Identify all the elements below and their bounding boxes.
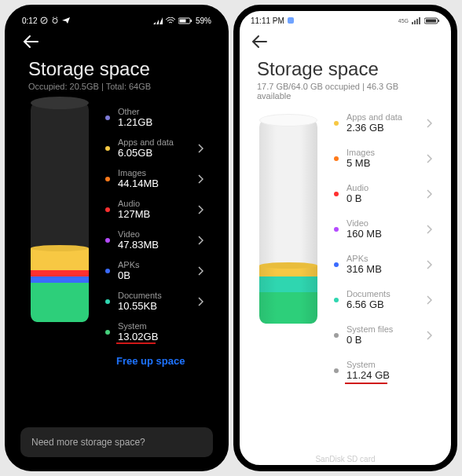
status-time: 0:12: [22, 16, 37, 25]
back-button[interactable]: [251, 35, 268, 49]
storage-cylinder: [259, 119, 317, 324]
category-value: 13.02GB: [118, 331, 208, 342]
color-dot-icon: [334, 156, 339, 161]
highlight-underline: [116, 342, 156, 344]
category-row-system-files[interactable]: System files0 B: [332, 317, 438, 353]
statusbar: 0:12 59%: [11, 11, 222, 28]
category-row-apks[interactable]: APKs316 MB: [332, 247, 438, 282]
chevron-right-icon: [426, 225, 437, 234]
category-value: 10.55KB: [118, 300, 197, 312]
color-dot-icon: [334, 192, 339, 196]
category-value: 316 MB: [346, 263, 426, 275]
category-label: Video: [346, 218, 426, 228]
subtitle: 17.7 GB/64.0 GB occupied | 46.3 GB avail…: [240, 82, 451, 105]
svg-point-2: [53, 19, 57, 24]
battery-icon: [424, 17, 440, 24]
category-row-audio[interactable]: Audio0 B: [332, 176, 438, 211]
category-label: Other: [118, 107, 208, 116]
category-value: 0 B: [346, 192, 426, 204]
chevron-right-icon: [197, 174, 208, 184]
statusbar: 11:11 PM 45G: [240, 11, 451, 28]
chevron-right-icon: [197, 297, 208, 306]
chevron-right-icon: [197, 236, 208, 245]
category-value: 127MB: [118, 208, 197, 220]
chevron-right-icon: [426, 154, 437, 163]
color-dot-icon: [105, 330, 110, 335]
phone-light: 11:11 PM 45G Storage space 17.7 GB/64.0 …: [233, 5, 457, 471]
svg-line-3: [53, 17, 54, 18]
svg-rect-8: [288, 17, 294, 24]
category-row-apps-and-data[interactable]: Apps and data2.36 GB: [332, 105, 438, 141]
battery-icon: [178, 17, 192, 24]
category-row-system: System13.02GB: [104, 317, 210, 347]
category-value: 5 MB: [346, 157, 426, 169]
chevron-right-icon: [426, 119, 437, 128]
chevron-right-icon: [197, 205, 208, 214]
back-button[interactable]: [22, 35, 39, 49]
category-row-system: System11.24 GB: [332, 353, 438, 388]
color-dot-icon: [334, 368, 339, 373]
status-dot-icon: [288, 17, 294, 24]
category-row-audio[interactable]: Audio127MB: [104, 194, 210, 225]
category-value: 6.56 GB: [346, 298, 426, 310]
category-row-apks[interactable]: APKs0B: [104, 255, 210, 286]
category-list: Other1.21GBApps and data6.05GBImages44.1…: [104, 102, 210, 372]
category-row-documents[interactable]: Documents6.56 GB: [332, 282, 438, 317]
category-row-documents[interactable]: Documents10.55KB: [104, 286, 210, 317]
network-icon: 45G: [398, 18, 409, 24]
chevron-right-icon: [197, 144, 208, 153]
category-value: 11.24 GB: [346, 369, 437, 381]
category-value: 0B: [118, 269, 197, 281]
color-dot-icon: [105, 177, 110, 181]
wifi-icon: [166, 17, 175, 24]
page-title: Storage space: [240, 55, 451, 82]
category-label: Video: [118, 229, 197, 239]
signal-icon: [153, 17, 163, 24]
color-dot-icon: [105, 115, 110, 120]
storage-cylinder: [31, 102, 89, 322]
chevron-right-icon: [426, 295, 437, 305]
category-label: APKs: [346, 254, 426, 263]
category-list: Apps and data2.36 GBImages5 MBAudio0 BVi…: [332, 105, 438, 388]
category-label: Documents: [118, 291, 197, 300]
category-label: Images: [346, 148, 426, 157]
category-label: Apps and data: [118, 137, 197, 147]
category-value: 47.83MB: [118, 239, 197, 251]
chevron-right-icon: [426, 331, 437, 340]
free-up-space-link[interactable]: Free up space: [104, 347, 210, 372]
category-row-images[interactable]: Images5 MB: [332, 141, 438, 176]
battery-pct: 59%: [196, 16, 211, 25]
signal-icon: [412, 17, 421, 24]
category-label: APKs: [118, 260, 197, 269]
category-row-video[interactable]: Video47.83MB: [104, 225, 210, 255]
dnd-icon: [40, 16, 48, 24]
chevron-right-icon: [197, 266, 208, 276]
category-row-apps-and-data[interactable]: Apps and data6.05GB: [104, 133, 210, 163]
chevron-right-icon: [426, 189, 437, 199]
category-value: 6.05GB: [118, 147, 197, 159]
svg-rect-10: [438, 20, 440, 22]
color-dot-icon: [334, 333, 339, 338]
category-value: 0 B: [346, 334, 426, 346]
color-dot-icon: [334, 121, 339, 126]
category-row-video[interactable]: Video160 MB: [332, 211, 438, 247]
category-row-images[interactable]: Images44.14MB: [104, 163, 210, 194]
status-time: 11:11 PM: [251, 16, 284, 25]
category-label: System: [346, 360, 437, 369]
svg-line-1: [42, 19, 46, 22]
category-label: Audio: [346, 183, 426, 192]
color-dot-icon: [105, 146, 110, 151]
footer-prompt[interactable]: Need more storage space?: [20, 427, 213, 457]
color-dot-icon: [334, 298, 339, 302]
category-label: Images: [118, 168, 197, 178]
color-dot-icon: [105, 238, 110, 243]
color-dot-icon: [105, 207, 110, 212]
category-label: System files: [346, 324, 426, 334]
category-row-other: Other1.21GB: [104, 102, 210, 133]
header: [240, 28, 451, 55]
svg-rect-6: [179, 19, 185, 22]
phone-dark: 0:12 59% Storage space Occupied: 20.5GB …: [5, 5, 229, 471]
header: [11, 28, 222, 55]
chevron-right-icon: [426, 260, 437, 269]
page-title: Storage space: [11, 55, 222, 82]
